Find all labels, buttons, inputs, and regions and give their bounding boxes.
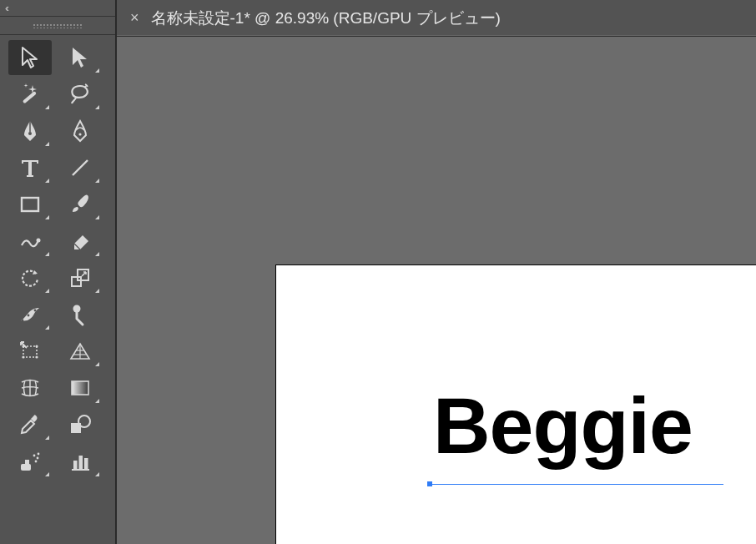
submenu-indicator-icon — [45, 105, 49, 109]
submenu-indicator-icon — [45, 436, 49, 440]
symbol-sprayer-tool[interactable] — [8, 444, 52, 479]
blend-tool[interactable] — [58, 407, 102, 442]
puppet-warp-tool[interactable] — [58, 297, 102, 332]
curvature-tool[interactable] — [58, 113, 102, 149]
svg-rect-24 — [21, 464, 31, 471]
shaper-tool[interactable] — [8, 224, 52, 259]
svg-rect-33 — [84, 458, 88, 470]
lasso-tool[interactable] — [58, 77, 102, 112]
svg-point-11 — [34, 310, 37, 312]
svg-point-14 — [22, 345, 24, 347]
svg-point-3 — [78, 133, 81, 135]
eraser-tool[interactable] — [58, 224, 102, 259]
submenu-indicator-icon — [45, 472, 49, 476]
submenu-indicator-icon — [45, 252, 49, 256]
svg-rect-31 — [73, 461, 78, 470]
submenu-indicator-icon — [45, 325, 49, 330]
tool-grid — [0, 35, 115, 484]
submenu-indicator-icon — [45, 142, 49, 146]
svg-rect-32 — [79, 456, 83, 470]
submenu-indicator-icon — [95, 105, 99, 109]
rotate-tool[interactable] — [8, 260, 52, 295]
free-transform-tool[interactable] — [8, 334, 52, 369]
submenu-indicator-icon — [95, 289, 99, 293]
submenu-indicator-icon — [95, 362, 99, 366]
panel-drag-handle[interactable] — [0, 17, 115, 35]
svg-point-15 — [35, 345, 38, 347]
document-tab[interactable]: × 名称未設定-1* @ 26.93% (RGB/GPU プレビュー) — [117, 0, 514, 36]
width-tool[interactable] — [8, 297, 52, 332]
text-object[interactable]: Beggie — [433, 386, 693, 466]
artboard[interactable]: Beggie — [275, 264, 756, 544]
svg-point-28 — [35, 461, 38, 463]
svg-point-26 — [33, 455, 36, 457]
svg-rect-13 — [23, 346, 37, 357]
pen-tool[interactable] — [8, 113, 52, 149]
grip-icon — [33, 23, 83, 28]
tool-panel: ‹‹ — [0, 0, 117, 544]
svg-rect-5 — [22, 198, 38, 211]
submenu-indicator-icon — [45, 289, 49, 293]
svg-rect-0 — [23, 91, 37, 103]
svg-point-27 — [37, 457, 39, 460]
document-tab-bar: × 名称未設定-1* @ 26.93% (RGB/GPU プレビュー) — [117, 0, 756, 37]
panel-collapse-button[interactable]: ‹‹ — [0, 0, 115, 17]
canvas-viewport[interactable]: Beggie — [117, 37, 756, 544]
submenu-indicator-icon — [95, 215, 99, 219]
close-icon[interactable]: × — [130, 9, 139, 27]
column-graph-tool[interactable] — [58, 444, 102, 479]
document-area: × 名称未設定-1* @ 26.93% (RGB/GPU プレビュー) Begg… — [117, 0, 756, 544]
submenu-indicator-icon — [45, 179, 49, 183]
selection-handle[interactable] — [427, 481, 432, 486]
submenu-indicator-icon — [95, 252, 99, 256]
svg-point-23 — [78, 416, 90, 427]
svg-point-17 — [35, 355, 38, 358]
submenu-indicator-icon — [95, 68, 99, 73]
paintbrush-tool[interactable] — [58, 187, 102, 222]
svg-point-9 — [22, 320, 24, 322]
selection-tool[interactable] — [8, 40, 52, 75]
svg-line-4 — [73, 160, 88, 175]
svg-point-10 — [28, 315, 30, 317]
svg-rect-25 — [25, 460, 29, 464]
scale-tool[interactable] — [58, 260, 102, 295]
submenu-indicator-icon — [45, 215, 49, 219]
svg-rect-21 — [72, 381, 88, 395]
magic-wand-tool[interactable] — [8, 77, 52, 112]
selection-baseline — [430, 484, 723, 485]
rectangle-tool[interactable] — [8, 187, 52, 222]
chevron-left-icon: ‹‹ — [5, 3, 7, 14]
gradient-tool[interactable] — [58, 370, 102, 405]
svg-rect-7 — [72, 277, 81, 286]
direct-selection-tool[interactable] — [58, 40, 102, 75]
svg-point-16 — [22, 355, 24, 358]
eyedropper-tool[interactable] — [8, 407, 52, 442]
svg-point-6 — [37, 239, 41, 243]
mesh-tool[interactable] — [8, 370, 52, 405]
submenu-indicator-icon — [95, 399, 99, 403]
submenu-indicator-icon — [95, 179, 99, 183]
svg-point-29 — [38, 453, 40, 456]
perspective-grid-tool[interactable] — [58, 334, 102, 369]
type-tool[interactable] — [8, 150, 52, 185]
svg-point-1 — [28, 132, 32, 135]
line-segment-tool[interactable] — [58, 150, 102, 185]
submenu-indicator-icon — [95, 472, 99, 476]
document-tab-title: 名称未設定-1* @ 26.93% (RGB/GPU プレビュー) — [151, 8, 501, 29]
